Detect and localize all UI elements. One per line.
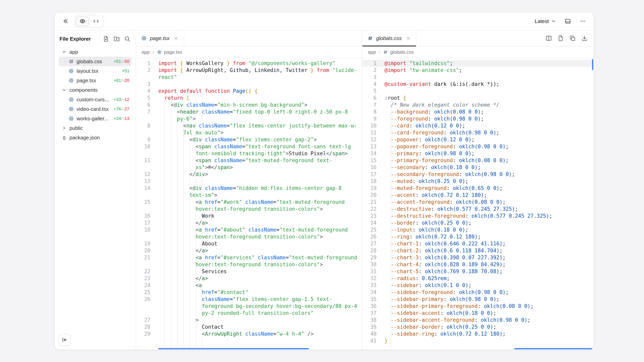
breadcrumb-separator-icon: ›: [378, 49, 380, 55]
file-page-tsx[interactable]: page.tsx+81/-28: [59, 76, 132, 85]
diff-stats: +51/-50: [114, 59, 129, 64]
more-menu-button[interactable]: [577, 15, 589, 27]
line-number: 1: [362, 60, 376, 67]
preview-toggle-button[interactable]: [76, 16, 89, 26]
code-line-9: 9<div className="flex items-center gap-2…: [136, 136, 362, 143]
folder-plus-icon: [114, 36, 120, 42]
code-text: [384, 74, 594, 81]
code-text: <ArrowUpRight className="w-4 h-4" />: [158, 331, 362, 338]
new-folder-button[interactable]: [113, 35, 120, 42]
folder-public[interactable]: public: [59, 123, 132, 133]
code-text: --sidebar: oklch(0.1 0 0);: [384, 282, 594, 289]
file-video-card-tsx[interactable]: video-card.tsx+76/-27: [59, 104, 132, 114]
line-number: 31: [362, 268, 376, 275]
line-number: 21: [362, 199, 376, 206]
code-line-5: 5: [362, 88, 594, 95]
vertical-scrollbar[interactable]: [592, 59, 593, 70]
code-text: import { ArrowUpRight, Github, Linkedin,…: [158, 67, 362, 81]
file-layout-tsx[interactable]: layout.tsx+51: [59, 66, 132, 76]
code-text: --chart-5: oklch(0.769 0.188 70.08);: [384, 268, 594, 275]
code-line-7: 7/* New dark elegant color scheme */: [362, 101, 594, 108]
open-file-button[interactable]: [556, 33, 566, 43]
react-icon: [68, 68, 74, 74]
code-toggle-button[interactable]: [90, 16, 102, 26]
copy-code-button[interactable]: [568, 33, 578, 43]
code-text: [384, 88, 594, 95]
code-line-19: 19About: [136, 240, 362, 247]
panel-layout-button[interactable]: [562, 15, 574, 27]
code-line-20: 20</a>: [136, 247, 362, 254]
file-plus-icon: [103, 36, 109, 42]
new-file-button[interactable]: [102, 35, 110, 42]
code-line-23: 23</a>: [136, 275, 362, 282]
code-text: --primary-foreground: oklch(0.08 0 0);: [384, 157, 594, 164]
panel-bottom-icon: [565, 18, 571, 24]
code-text: <a href="#work" className="text-muted-fo…: [158, 199, 362, 213]
horizontal-scrollbar[interactable]: [158, 348, 309, 349]
diff-stats: +24/-13: [114, 116, 129, 121]
split-view-icon: [546, 35, 552, 41]
code-text: [158, 81, 362, 88]
close-tab-icon[interactable]: [406, 36, 411, 41]
line-number: 7: [136, 108, 150, 122]
react-icon: [157, 50, 162, 54]
tab-label: globals.css: [376, 35, 402, 41]
code-line-29: 29<ArrowUpRight className="w-4 h-4" />: [136, 331, 362, 338]
file-custom-curs[interactable]: custom-curs...+33/-12: [59, 95, 132, 104]
line-number: 15: [136, 199, 150, 213]
line-number: 39: [362, 324, 376, 331]
download-button[interactable]: [579, 33, 590, 43]
line-number: 36: [362, 303, 376, 310]
tab-page-tsx[interactable]: page.tsx: [136, 30, 184, 46]
code-line-34: 34--sidebar-foreground: oklch(0.98 0 0);: [362, 289, 594, 296]
split-view-button[interactable]: [544, 33, 554, 43]
code-line-11: 11--card-foreground: oklch(0.98 0 0);: [362, 129, 594, 136]
line-number: 6: [362, 95, 376, 101]
code-line-1: 1@import "tailwindcss";: [362, 60, 594, 67]
line-number: 10: [136, 143, 150, 157]
tab-globals-css[interactable]: globals.css: [362, 30, 416, 46]
code-line-25: 25href="#contact": [136, 289, 362, 296]
folder-components[interactable]: components: [59, 85, 132, 95]
line-number: 3: [362, 74, 376, 81]
tree-item-label: globals.css: [76, 58, 111, 65]
line-number: 8: [362, 108, 376, 115]
version-dropdown[interactable]: Latest: [532, 17, 559, 26]
code-text: @import "tw-animate-css";: [384, 67, 594, 74]
chevron-down-icon: [61, 87, 67, 93]
code-line-37: 37--sidebar-accent: oklch(0.18 0 0);: [362, 310, 594, 317]
code-line-10: 10<span className="text-foreground font-…: [136, 143, 362, 157]
close-tab-icon[interactable]: [174, 36, 178, 41]
ellipsis-icon: [580, 18, 586, 24]
file-globals-css[interactable]: globals.css+51/-50: [59, 57, 132, 66]
code-text: --secondary: oklch(0.18 0 0);: [384, 164, 594, 171]
chevrons-left-icon: [62, 18, 69, 24]
chevron-down-icon: [551, 18, 556, 24]
line-number: 41: [362, 338, 376, 344]
search-files-button[interactable]: [124, 35, 131, 42]
collapse-sidebar-button[interactable]: [59, 334, 71, 346]
eye-icon: [79, 18, 86, 24]
collapse-panel-button[interactable]: [60, 15, 72, 27]
line-number: 22: [136, 268, 150, 275]
page-background: Latest File Explorer: [0, 0, 644, 362]
line-number: 18: [136, 226, 150, 240]
react-icon: [68, 77, 74, 83]
code-line-41: 41}: [362, 338, 594, 344]
code-line-16: 16Work: [136, 213, 362, 219]
horizontal-scrollbar[interactable]: [514, 348, 594, 349]
line-number: 5: [136, 95, 150, 101]
folder-app[interactable]: app: [59, 47, 132, 57]
code-line-38: 38--sidebar-accent-foreground: oklch(0.9…: [362, 317, 594, 324]
file-package-json[interactable]: {}package.json: [59, 133, 132, 142]
line-number: 20: [362, 192, 376, 199]
line-number: 15: [362, 157, 376, 164]
code-text: --chart-1: oklch(0.646 0.222 41.116);: [384, 240, 594, 247]
code-line-2: 2import { ArrowUpRight, Github, Linkedin…: [136, 67, 362, 81]
line-number: 28: [362, 247, 376, 254]
line-number: 16: [136, 213, 150, 219]
file-icon: [558, 35, 564, 41]
line-number: 16: [362, 164, 376, 171]
code-line-6: 6<div className="min-h-screen bg-backgro…: [136, 101, 362, 108]
file-works-galler[interactable]: works-galler...+24/-13: [59, 114, 132, 123]
